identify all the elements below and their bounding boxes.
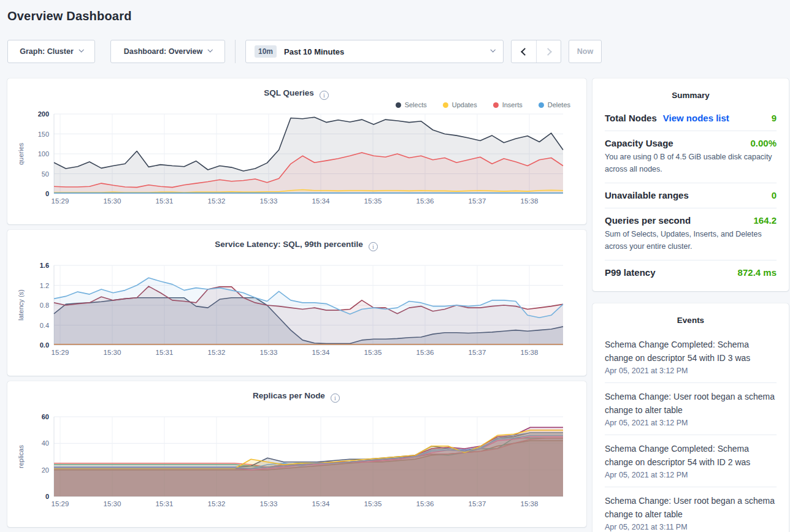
time-range-label: Past 10 Minutes — [284, 47, 485, 56]
now-button[interactable]: Now — [569, 40, 602, 63]
next-time-button[interactable] — [536, 40, 561, 63]
svg-text:15:33: 15:33 — [260, 349, 278, 356]
svg-text:15:34: 15:34 — [312, 349, 330, 356]
svg-text:0: 0 — [45, 190, 49, 197]
svg-text:15:30: 15:30 — [104, 197, 121, 205]
chart-card: SQL Queries Selects Updates Inserts — [7, 78, 586, 224]
svg-text:200: 200 — [38, 110, 49, 118]
y-axis-label: replicas — [16, 417, 26, 496]
view-nodes-link[interactable]: View nodes list — [663, 113, 729, 123]
chart-title: Replicas per Node — [253, 391, 325, 400]
y-axis-label: latency (s) — [16, 265, 26, 345]
chevron-down-icon — [79, 47, 83, 52]
svg-text:15:35: 15:35 — [364, 500, 382, 507]
legend-label: Selects — [405, 101, 427, 108]
svg-text:15:37: 15:37 — [469, 349, 486, 356]
summary-row-label: Capacity Usage — [605, 138, 673, 148]
chart-header: Replicas per Node — [16, 390, 577, 402]
legend-dot-icon — [539, 102, 544, 108]
page-title: Overview Dashboard — [7, 0, 789, 23]
chevron-right-icon — [544, 48, 552, 56]
summary-title: Summary — [605, 87, 777, 106]
legend-label: Updates — [452, 101, 477, 108]
event-item[interactable]: Schema Change Completed: Schema change o… — [605, 331, 777, 383]
svg-text:1.2: 1.2 — [40, 282, 49, 289]
svg-text:15:31: 15:31 — [156, 349, 174, 356]
svg-text:15:32: 15:32 — [208, 197, 226, 205]
svg-text:15:37: 15:37 — [469, 500, 486, 507]
legend-item[interactable]: Inserts — [493, 101, 523, 108]
summary-row-label: Unavailable ranges — [605, 190, 689, 200]
event-item[interactable]: Schema Change: User root began a schema … — [605, 487, 777, 532]
info-icon[interactable] — [320, 91, 329, 100]
summary-row-value: 0.00% — [750, 138, 777, 148]
legend-item[interactable]: Updates — [443, 101, 477, 108]
chart-plot[interactable]: 15:2915:3015:3115:3215:3315:3415:3515:36… — [26, 262, 567, 359]
charts-column: SQL Queries Selects Updates Inserts — [7, 78, 586, 532]
svg-text:15:31: 15:31 — [156, 197, 174, 205]
summary-row-label: Total Nodes — [605, 113, 657, 123]
graph-dropdown-label: Graph: Cluster — [20, 47, 74, 56]
summary-row-value: 872.4 ms — [738, 267, 777, 278]
svg-text:150: 150 — [38, 131, 49, 138]
svg-text:0.8: 0.8 — [40, 302, 49, 309]
graph-dropdown[interactable]: Graph: Cluster — [7, 40, 95, 63]
dashboard-dropdown-label: Dashboard: Overview — [124, 47, 203, 56]
event-timestamp: Apr 05, 2021 at 3:12 PM — [605, 419, 777, 427]
svg-text:50: 50 — [42, 170, 49, 178]
svg-text:15:33: 15:33 — [260, 500, 278, 507]
svg-text:15:36: 15:36 — [416, 197, 434, 205]
svg-text:15:38: 15:38 — [521, 349, 539, 356]
summary-row: Total Nodes View nodes list 9 — [605, 106, 777, 131]
legend-item[interactable]: Selects — [396, 101, 427, 108]
info-icon[interactable] — [369, 242, 378, 251]
y-axis-label: queries — [16, 114, 26, 194]
summary-row: Capacity Usage 0.00% You are using 0 B o… — [605, 131, 777, 183]
legend-item[interactable]: Deletes — [539, 101, 570, 108]
summary-row-subtext: You are using 0 B of 4.5 GiB usable disk… — [605, 151, 777, 175]
dashboard-dropdown[interactable]: Dashboard: Overview — [110, 40, 225, 63]
legend-dot-icon — [493, 102, 499, 108]
summary-row-subtext: Sum of Selects, Updates, Inserts, and De… — [605, 228, 777, 253]
event-message: Schema Change Completed: Schema change o… — [605, 338, 777, 365]
summary-row: Queries per second 164.2 Sum of Selects,… — [605, 208, 777, 260]
chart-plot[interactable]: 15:2915:3015:3115:3215:3315:3415:3515:36… — [26, 413, 567, 510]
summary-row-value: 9 — [772, 113, 777, 123]
events-list: Schema Change Completed: Schema change o… — [605, 331, 777, 532]
chart-title: SQL Queries — [264, 88, 314, 97]
info-icon[interactable] — [331, 393, 340, 403]
time-range-picker[interactable]: 10m Past 10 Minutes — [245, 40, 504, 63]
svg-text:40: 40 — [42, 439, 49, 447]
legend-label: Deletes — [548, 101, 570, 108]
toolbar: Graph: Cluster Dashboard: Overview 10m P… — [7, 40, 789, 63]
svg-text:15:35: 15:35 — [364, 349, 382, 356]
svg-text:15:32: 15:32 — [208, 500, 226, 507]
event-timestamp: Apr 05, 2021 at 3:12 PM — [605, 367, 777, 375]
svg-text:15:38: 15:38 — [521, 197, 539, 205]
chart-title: Service Latency: SQL, 99th percentile — [215, 240, 363, 249]
toolbar-divider — [235, 40, 236, 63]
event-item[interactable]: Schema Change: User root began a schema … — [605, 383, 777, 435]
chart-plot[interactable]: 15:2915:3015:3115:3215:3315:3415:3515:36… — [26, 110, 567, 207]
main-content: SQL Queries Selects Updates Inserts — [7, 78, 789, 532]
svg-text:15:35: 15:35 — [364, 197, 382, 205]
event-message: Schema Change Completed: Schema change o… — [605, 442, 777, 469]
chart-card: Service Latency: SQL, 99th percentile la… — [7, 230, 586, 376]
chevron-down-icon — [208, 47, 213, 52]
svg-text:100: 100 — [38, 150, 49, 158]
legend-dot-icon — [443, 102, 448, 108]
previous-time-button[interactable] — [512, 40, 536, 63]
summary-row: Unavailable ranges 0 — [605, 183, 777, 208]
events-card: Events Schema Change Completed: Schema c… — [592, 303, 789, 532]
chart-header: Service Latency: SQL, 99th percentile — [16, 238, 577, 251]
event-item[interactable]: Schema Change Completed: Schema change o… — [605, 435, 777, 487]
summary-row-value: 0 — [772, 190, 777, 200]
chart-plot-row: replicas 15:2915:3015:3115:3215:3315:341… — [16, 413, 577, 510]
svg-text:1.6: 1.6 — [40, 262, 49, 269]
svg-text:15:36: 15:36 — [416, 500, 434, 507]
svg-text:15:29: 15:29 — [52, 500, 69, 507]
chart-plot-row: latency (s) 15:2915:3015:3115:3215:3315:… — [16, 262, 577, 359]
chart-legend — [16, 402, 577, 413]
chart-legend — [16, 251, 577, 262]
summary-card: Summary Total Nodes View nodes list 9 Ca… — [592, 78, 789, 291]
